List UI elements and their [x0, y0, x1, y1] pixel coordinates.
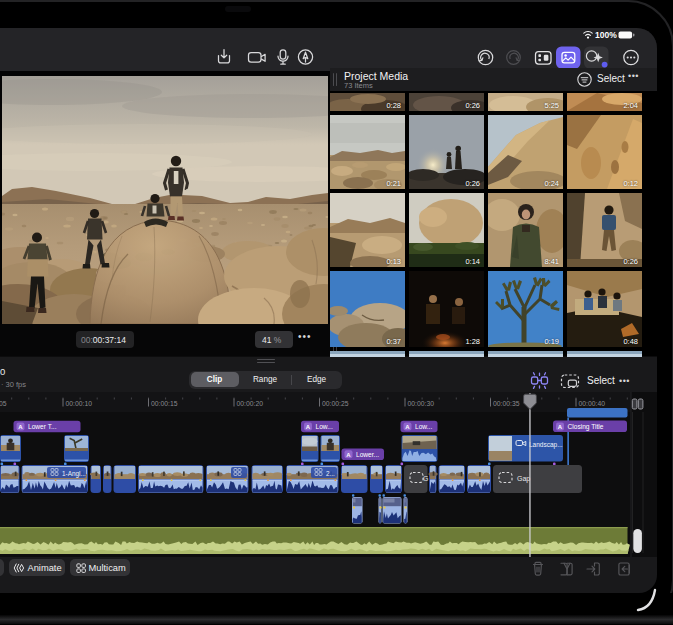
svg-text:A: A	[18, 424, 23, 430]
svg-text:A: A	[558, 424, 563, 430]
svg-text:00:00:05: 00:00:05	[0, 400, 7, 407]
svg-text:Lower T...: Lower T...	[28, 423, 57, 430]
svg-text:G: G	[423, 475, 428, 482]
svg-text:00:00:40: 00:00:40	[579, 400, 606, 407]
svg-text:00:00:25: 00:00:25	[322, 400, 349, 407]
svg-text:A: A	[306, 424, 311, 430]
svg-text:00:00:20: 00:00:20	[237, 400, 264, 407]
svg-text:Low...: Low...	[415, 423, 432, 430]
svg-text:00:00:10: 00:00:10	[66, 400, 93, 407]
svg-text:A: A	[346, 452, 351, 458]
svg-text:1-Angl...: 1-Angl...	[62, 470, 86, 478]
svg-text:Lower...: Lower...	[356, 451, 379, 458]
svg-text:00:00:15: 00:00:15	[151, 400, 178, 407]
svg-text:Closing Title: Closing Title	[568, 423, 604, 431]
svg-text:2...: 2...	[326, 470, 335, 477]
svg-text:Landscap...: Landscap...	[529, 441, 563, 449]
svg-text:A: A	[405, 424, 410, 430]
svg-text:Gap: Gap	[517, 475, 530, 483]
svg-text:00:00:35: 00:00:35	[493, 400, 520, 407]
svg-text:Low...: Low...	[316, 423, 333, 430]
svg-text:00:00:30: 00:00:30	[408, 400, 435, 407]
